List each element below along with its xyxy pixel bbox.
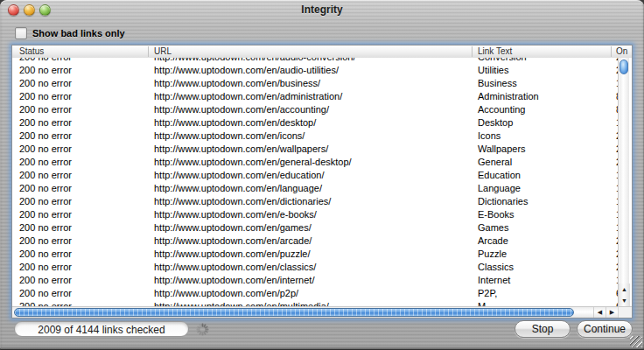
vertical-scrollbar-arrows: ▲ ▼ (619, 284, 630, 306)
cell-status: 200 no error (19, 182, 72, 194)
table-row[interactable]: 200 no error http://www.uptodown.com/en/… (12, 168, 632, 181)
vertical-scrollbar-track[interactable] (620, 58, 629, 284)
table-rows: 200 no error http://www.uptodown.com/en/… (12, 58, 632, 307)
table-row[interactable]: 200 no error http://www.uptodown.com/en/… (12, 89, 632, 102)
cell-url: http://www.uptodown.com/en/desktop/ (154, 116, 316, 129)
table-row[interactable]: 200 no error http://www.uptodown.com/en/… (12, 286, 632, 299)
cell-status: 200 no error (19, 195, 72, 207)
cell-link-text: Arcade (478, 234, 508, 247)
table-row[interactable]: 200 no error http://www.uptodown.com/en/… (12, 155, 632, 168)
column-divider[interactable] (611, 46, 612, 57)
column-header-url[interactable]: URL (154, 46, 172, 58)
cell-status: 200 no error (19, 116, 72, 129)
vertical-scrollbar[interactable]: ▲ ▼ (618, 58, 629, 307)
table-row[interactable]: 200 no error http://www.uptodown.com/en/… (12, 260, 632, 273)
cell-status: 200 no error (19, 261, 72, 273)
horizontal-scrollbar-arrows: ◀ ▶ (593, 307, 618, 318)
scroll-down-icon[interactable]: ▼ (619, 295, 630, 306)
cell-status: 200 no error (19, 169, 72, 181)
cell-url: http://www.uptodown.com/en/e-books/ (154, 208, 317, 220)
cell-status: 200 no error (19, 274, 72, 286)
cell-url: http://www.uptodown.com/en/puzzle/ (154, 248, 311, 260)
table-row[interactable]: 200 no error http://www.uptodown.com/en/… (12, 194, 632, 207)
cell-link-text: Internet (478, 274, 510, 286)
scrollbar-corner (618, 306, 632, 318)
table-row[interactable]: 200 no error http://www.uptodown.com/en/… (12, 234, 632, 247)
cell-status: 200 no error (19, 77, 72, 89)
show-bad-links-label: Show bad links only (32, 28, 125, 38)
resize-grip[interactable] (630, 336, 642, 347)
cell-link-text: Education (478, 169, 521, 181)
table-row[interactable]: 200 no error http://www.uptodown.com/en/… (12, 116, 632, 129)
column-header-on[interactable]: On (616, 46, 627, 58)
cell-url: http://www.uptodown.com/en/language/ (154, 182, 322, 194)
cell-url: http://www.uptodown.com/en/accounting/ (154, 103, 329, 116)
table-row[interactable]: 200 no error http://www.uptodown.com/en/… (12, 142, 632, 155)
cell-link-text: Dictionaries (478, 195, 528, 207)
show-bad-links-option: Show bad links only (15, 27, 125, 39)
table-row[interactable]: 200 no error http://www.uptodown.com/en/… (12, 207, 632, 220)
cell-status: 200 no error (19, 221, 72, 234)
cell-status: 200 no error (19, 208, 72, 220)
table-body: 200 no error http://www.uptodown.com/en/… (12, 58, 632, 307)
cell-url: http://www.uptodown.com/en/icons/ (154, 130, 304, 142)
continue-button[interactable]: Continue (577, 320, 633, 338)
cell-link-text: General (478, 156, 512, 168)
scroll-left-icon[interactable]: ◀ (593, 307, 606, 318)
scroll-up-icon[interactable]: ▲ (619, 284, 630, 295)
horizontal-scrollbar-thumb[interactable] (14, 308, 574, 317)
table-row[interactable]: 200 no error http://www.uptodown.com/en/… (12, 63, 632, 76)
cell-url: http://www.uptodown.com/en/games/ (154, 221, 312, 234)
cell-url: http://www.uptodown.com/en/wallpapers/ (154, 143, 328, 155)
cell-url: http://www.uptodown.com/en/business/ (154, 77, 320, 89)
table-row[interactable]: 200 no error http://www.uptodown.com/en/… (12, 273, 632, 286)
cell-url: http://www.uptodown.com/en/audio-utiliti… (154, 64, 339, 76)
cell-link-text: Administration (478, 90, 539, 102)
cell-url: http://www.uptodown.com/en/classics/ (154, 261, 316, 273)
cell-url: http://www.uptodown.com/en/p2p/ (154, 287, 298, 299)
cell-url: http://www.uptodown.com/en/dictionaries/ (154, 195, 331, 207)
table-row[interactable]: 200 no error http://www.uptodown.com/en/… (12, 220, 632, 234)
horizontal-scrollbar[interactable]: ◀ ▶ (12, 306, 620, 318)
table-row[interactable]: 200 no error http://www.uptodown.com/en/… (12, 129, 632, 142)
cell-link-text: Business (478, 77, 517, 89)
cell-status: 200 no error (19, 103, 72, 116)
titlebar[interactable]: Integrity (0, 0, 644, 19)
table-row[interactable]: 200 no error http://www.uptodown.com/en/… (12, 102, 632, 116)
column-header-status[interactable]: Status (19, 46, 44, 58)
column-header-linktext[interactable]: Link Text (478, 46, 512, 58)
column-divider[interactable] (148, 46, 149, 57)
table-row[interactable]: 200 no error http://www.uptodown.com/en/… (12, 247, 632, 260)
cell-link-text: Wallpapers (478, 143, 526, 155)
vertical-scrollbar-thumb[interactable] (620, 60, 628, 74)
cell-link-text: Accounting (478, 103, 525, 116)
table-row[interactable]: 200 no error http://www.uptodown.com/en/… (12, 76, 632, 89)
cell-url: http://www.uptodown.com/en/education/ (154, 169, 324, 181)
window-title: Integrity (0, 0, 644, 19)
cell-status: 200 no error (19, 287, 72, 299)
stop-button[interactable]: Stop (514, 320, 570, 338)
cell-url: http://www.uptodown.com/en/general-deskt… (154, 156, 352, 168)
cell-url: http://www.uptodown.com/en/arcade/ (154, 234, 312, 247)
table-row[interactable]: 200 no error http://www.uptodown.com/en/… (12, 181, 632, 194)
show-bad-links-checkbox[interactable] (15, 27, 27, 39)
scroll-right-icon[interactable]: ▶ (606, 307, 618, 318)
cell-link-text: Icons (478, 130, 500, 142)
links-table: Status URL Link Text On 200 no error htt… (11, 45, 633, 318)
integrity-window: Integrity Show bad links only Status URL… (0, 0, 644, 350)
cell-status: 200 no error (19, 90, 72, 102)
cell-status: 200 no error (19, 156, 72, 168)
cell-link-text: Classics (478, 261, 514, 273)
column-divider[interactable] (472, 46, 472, 57)
cell-link-text: Language (478, 182, 521, 194)
cell-link-text: Puzzle (478, 248, 507, 260)
cell-url: http://www.uptodown.com/en/internet/ (154, 274, 314, 286)
cell-status: 200 no error (19, 64, 72, 76)
cell-link-text: Desktop (478, 116, 513, 129)
cell-status: 200 no error (19, 143, 72, 155)
cell-link-text: Games (478, 221, 508, 234)
cell-status: 200 no error (19, 234, 72, 247)
cell-link-text: E-Books (478, 208, 514, 220)
cell-status: 200 no error (19, 248, 72, 260)
cell-url: http://www.uptodown.com/en/administratio… (154, 90, 342, 102)
